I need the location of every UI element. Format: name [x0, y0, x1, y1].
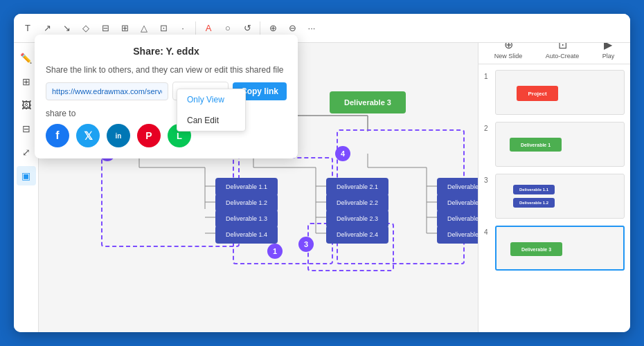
slide-thumb-4[interactable]: Deliverable 3: [495, 226, 625, 271]
sidebar-pen[interactable]: ✏️: [17, 48, 36, 68]
facebook-share[interactable]: f: [46, 124, 69, 147]
slide-num-3: 3: [484, 176, 491, 184]
slide-item-2[interactable]: 2 Deliverable 1: [484, 122, 625, 167]
dialog-title: Share: Y. eddx: [46, 46, 287, 57]
toolbar-triangle[interactable]: △: [136, 20, 152, 37]
share-dialog: Share: Y. eddx Share the link to others,…: [35, 35, 298, 158]
toolbar-sep1: [195, 21, 196, 35]
slide-item-3[interactable]: 3 Deliverable 1.1 Deliverable 1.2: [484, 174, 625, 219]
toolbar-table[interactable]: ⊟: [97, 20, 114, 37]
main-window: T ↗ ↘ ◇ ⊟ ⊞ △ ⊡ · A ○ ↺ ⊕ ⊖ ··· ✏️ ⊞ 🖼 ⊟…: [14, 14, 630, 332]
toolbar-zoom-in[interactable]: ⊕: [265, 20, 281, 37]
new-slide-label: New Slide: [494, 53, 523, 60]
right-panel: ⟨⟩ Presentation ⊕ New Slide ⊡ Auto-Creat…: [478, 14, 630, 332]
d3-4-node: Deliverable 3.4: [437, 226, 478, 244]
slide-thumb-3[interactable]: Deliverable 1.1 Deliverable 1.2: [495, 174, 625, 219]
slide-num-1: 1: [484, 73, 491, 80]
slide-num-4: 4: [484, 228, 491, 236]
dropdown-menu: Only View Can Edit: [177, 89, 246, 131]
circle-1: 1: [267, 244, 283, 259]
toolbar-shape1[interactable]: ◇: [78, 20, 94, 37]
toolbar-more[interactable]: ···: [303, 20, 320, 37]
link-input[interactable]: [46, 82, 168, 100]
toolbar-box[interactable]: ⊡: [155, 20, 172, 37]
twitter-share[interactable]: 𝕏: [76, 124, 100, 147]
pinterest-share[interactable]: P: [137, 124, 161, 147]
slide-thumb-2[interactable]: Deliverable 1: [495, 122, 625, 167]
share-to-label: share to: [46, 109, 287, 118]
toolbar-text[interactable]: T: [19, 20, 36, 37]
toolbar-color[interactable]: A: [200, 20, 217, 37]
toolbar-circle[interactable]: ○: [220, 20, 236, 37]
sidebar-grid[interactable]: ⊟: [17, 119, 36, 138]
slides-list: 1 Project 2 Deliverable 1 3 Deliverable …: [478, 64, 630, 332]
dialog-link-row: Only View ▾ Copy link: [46, 82, 287, 100]
slide-item-4[interactable]: 4 Deliverable 3: [484, 226, 625, 271]
toolbar-arrow2[interactable]: ↘: [58, 20, 75, 37]
auto-create-label: Auto-Create: [546, 53, 580, 60]
toolbar-sep2: [260, 21, 260, 35]
sidebar-expand[interactable]: ⤢: [17, 143, 36, 162]
circle-4: 4: [335, 146, 350, 161]
toolbar-rotate[interactable]: ↺: [239, 20, 256, 37]
play-label: Play: [602, 53, 615, 60]
toolbar-arrow1[interactable]: ↗: [39, 20, 55, 37]
d1-4-node: Deliverable 1.4: [215, 226, 278, 244]
toolbar-dot[interactable]: ·: [175, 20, 191, 37]
share-icons: f 𝕏 in P L: [46, 124, 287, 147]
toolbar-zoom-out[interactable]: ⊖: [284, 20, 301, 37]
dialog-description: Share the link to others, and they can v…: [46, 65, 287, 75]
d2-4-node: Deliverable 2.4: [326, 226, 388, 244]
slide-thumb-1[interactable]: Project: [495, 70, 625, 115]
dropdown-can-edit[interactable]: Can Edit: [177, 110, 245, 131]
d3-node: Deliverable 3: [330, 91, 406, 113]
slide-item-1[interactable]: 1 Project: [484, 70, 625, 115]
dropdown-only-view[interactable]: Only View: [177, 89, 245, 110]
circle-3: 3: [298, 237, 314, 252]
slide-num-2: 2: [484, 125, 491, 132]
sidebar-shapes[interactable]: ⊞: [17, 72, 36, 91]
sidebar-image[interactable]: 🖼: [17, 95, 36, 115]
linkedin-share[interactable]: in: [107, 124, 130, 147]
toolbar-grid[interactable]: ⊞: [116, 20, 133, 37]
sidebar-slides[interactable]: ▣: [17, 166, 36, 185]
